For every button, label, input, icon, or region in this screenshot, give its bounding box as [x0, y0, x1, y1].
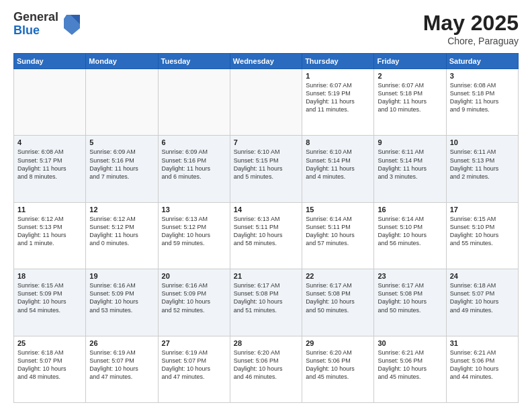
day-number: 2 — [378, 72, 442, 80]
day-info: Sunrise: 6:20 AM Sunset: 5:06 PM Dayligh… — [306, 349, 370, 381]
day-info: Sunrise: 6:17 AM Sunset: 5:08 PM Dayligh… — [306, 281, 370, 314]
calendar-day-cell: 6Sunrise: 6:09 AM Sunset: 5:16 PM Daylig… — [158, 136, 230, 202]
calendar-day-cell: 17Sunrise: 6:15 AM Sunset: 5:10 PM Dayli… — [446, 202, 518, 269]
logo: General Blue — [13, 11, 83, 38]
logo-icon — [61, 12, 83, 36]
day-info: Sunrise: 6:21 AM Sunset: 5:06 PM Dayligh… — [378, 349, 442, 381]
header-tuesday: Tuesday — [158, 54, 230, 69]
calendar-day-cell: 2Sunrise: 6:07 AM Sunset: 5:18 PM Daylig… — [374, 69, 446, 136]
day-number: 26 — [89, 339, 154, 347]
calendar-day-cell: 1Sunrise: 6:07 AM Sunset: 5:19 PM Daylig… — [302, 69, 374, 136]
calendar-week-row: 11Sunrise: 6:12 AM Sunset: 5:13 PM Dayli… — [14, 202, 519, 269]
day-info: Sunrise: 6:15 AM Sunset: 5:10 PM Dayligh… — [450, 215, 515, 248]
calendar-day-cell: 4Sunrise: 6:08 AM Sunset: 5:17 PM Daylig… — [14, 136, 86, 202]
day-info: Sunrise: 6:12 AM Sunset: 5:13 PM Dayligh… — [17, 215, 82, 248]
day-info: Sunrise: 6:10 AM Sunset: 5:14 PM Dayligh… — [306, 148, 370, 181]
day-info: Sunrise: 6:20 AM Sunset: 5:06 PM Dayligh… — [234, 349, 298, 381]
day-number: 22 — [306, 272, 370, 280]
day-info: Sunrise: 6:21 AM Sunset: 5:06 PM Dayligh… — [450, 349, 515, 381]
calendar-table: Sunday Monday Tuesday Wednesday Thursday… — [13, 53, 519, 403]
day-info: Sunrise: 6:13 AM Sunset: 5:11 PM Dayligh… — [234, 215, 298, 248]
calendar-day-cell: 18Sunrise: 6:15 AM Sunset: 5:09 PM Dayli… — [14, 269, 86, 336]
title-block: May 2025 Chore, Paraguay — [423, 11, 519, 46]
calendar-day-cell: 3Sunrise: 6:08 AM Sunset: 5:18 PM Daylig… — [446, 69, 518, 136]
day-number: 8 — [306, 138, 370, 146]
day-number: 5 — [89, 138, 154, 146]
day-number: 21 — [234, 272, 298, 280]
calendar-day-cell — [14, 69, 86, 136]
day-number: 17 — [450, 205, 515, 214]
day-info: Sunrise: 6:13 AM Sunset: 5:12 PM Dayligh… — [162, 215, 226, 248]
day-number: 31 — [450, 339, 515, 347]
calendar-day-cell: 23Sunrise: 6:17 AM Sunset: 5:08 PM Dayli… — [374, 269, 446, 336]
header-friday: Friday — [374, 54, 446, 69]
day-info: Sunrise: 6:16 AM Sunset: 5:09 PM Dayligh… — [89, 281, 154, 314]
calendar-day-cell — [158, 69, 230, 136]
calendar-day-cell: 25Sunrise: 6:18 AM Sunset: 5:07 PM Dayli… — [14, 336, 86, 402]
calendar-week-row: 4Sunrise: 6:08 AM Sunset: 5:17 PM Daylig… — [14, 136, 519, 202]
weekday-header-row: Sunday Monday Tuesday Wednesday Thursday… — [14, 54, 519, 69]
calendar-week-row: 25Sunrise: 6:18 AM Sunset: 5:07 PM Dayli… — [14, 336, 519, 402]
calendar-day-cell: 13Sunrise: 6:13 AM Sunset: 5:12 PM Dayli… — [158, 202, 230, 269]
day-number: 14 — [234, 205, 298, 214]
day-number: 28 — [234, 339, 298, 347]
day-number: 24 — [450, 272, 515, 280]
day-info: Sunrise: 6:11 AM Sunset: 5:14 PM Dayligh… — [378, 148, 442, 181]
day-number: 10 — [450, 138, 515, 146]
calendar-day-cell: 31Sunrise: 6:21 AM Sunset: 5:06 PM Dayli… — [446, 336, 518, 402]
day-number: 3 — [450, 72, 515, 80]
day-number: 9 — [378, 138, 442, 146]
calendar-day-cell: 7Sunrise: 6:10 AM Sunset: 5:15 PM Daylig… — [230, 136, 302, 202]
day-info: Sunrise: 6:17 AM Sunset: 5:08 PM Dayligh… — [234, 281, 298, 314]
calendar-day-cell: 21Sunrise: 6:17 AM Sunset: 5:08 PM Dayli… — [230, 269, 302, 336]
day-number: 25 — [17, 339, 82, 347]
day-number: 16 — [378, 205, 442, 214]
calendar-day-cell: 24Sunrise: 6:18 AM Sunset: 5:07 PM Dayli… — [446, 269, 518, 336]
day-info: Sunrise: 6:10 AM Sunset: 5:15 PM Dayligh… — [234, 148, 298, 181]
logo-general: General — [13, 11, 58, 24]
calendar-day-cell: 27Sunrise: 6:19 AM Sunset: 5:07 PM Dayli… — [158, 336, 230, 402]
day-info: Sunrise: 6:19 AM Sunset: 5:07 PM Dayligh… — [162, 349, 226, 381]
calendar-day-cell: 14Sunrise: 6:13 AM Sunset: 5:11 PM Dayli… — [230, 202, 302, 269]
day-number: 7 — [234, 138, 298, 146]
day-number: 11 — [17, 205, 82, 214]
day-number: 30 — [378, 339, 442, 347]
page: General Blue May 2025 Chore, Paraguay Su… — [0, 0, 532, 411]
header-wednesday: Wednesday — [230, 54, 302, 69]
header-monday: Monday — [86, 54, 158, 69]
day-number: 15 — [306, 205, 370, 214]
calendar-day-cell: 11Sunrise: 6:12 AM Sunset: 5:13 PM Dayli… — [14, 202, 86, 269]
calendar-day-cell: 10Sunrise: 6:11 AM Sunset: 5:13 PM Dayli… — [446, 136, 518, 202]
calendar-day-cell: 19Sunrise: 6:16 AM Sunset: 5:09 PM Dayli… — [86, 269, 158, 336]
header-sunday: Sunday — [14, 54, 86, 69]
day-info: Sunrise: 6:09 AM Sunset: 5:16 PM Dayligh… — [162, 148, 226, 181]
calendar-day-cell: 26Sunrise: 6:19 AM Sunset: 5:07 PM Dayli… — [86, 336, 158, 402]
day-info: Sunrise: 6:17 AM Sunset: 5:08 PM Dayligh… — [378, 281, 442, 314]
calendar-week-row: 1Sunrise: 6:07 AM Sunset: 5:19 PM Daylig… — [14, 69, 519, 136]
calendar-day-cell: 8Sunrise: 6:10 AM Sunset: 5:14 PM Daylig… — [302, 136, 374, 202]
day-number: 6 — [162, 138, 226, 146]
calendar-day-cell: 5Sunrise: 6:09 AM Sunset: 5:16 PM Daylig… — [86, 136, 158, 202]
day-info: Sunrise: 6:18 AM Sunset: 5:07 PM Dayligh… — [17, 349, 82, 381]
calendar-day-cell: 29Sunrise: 6:20 AM Sunset: 5:06 PM Dayli… — [302, 336, 374, 402]
calendar-day-cell: 9Sunrise: 6:11 AM Sunset: 5:14 PM Daylig… — [374, 136, 446, 202]
day-info: Sunrise: 6:18 AM Sunset: 5:07 PM Dayligh… — [450, 281, 515, 314]
day-info: Sunrise: 6:14 AM Sunset: 5:10 PM Dayligh… — [378, 215, 442, 248]
day-number: 1 — [306, 72, 370, 80]
day-info: Sunrise: 6:09 AM Sunset: 5:16 PM Dayligh… — [89, 148, 154, 181]
header-thursday: Thursday — [302, 54, 374, 69]
calendar-day-cell — [86, 69, 158, 136]
logo-text: General Blue — [13, 11, 58, 38]
calendar-day-cell: 15Sunrise: 6:14 AM Sunset: 5:11 PM Dayli… — [302, 202, 374, 269]
day-number: 29 — [306, 339, 370, 347]
day-number: 23 — [378, 272, 442, 280]
location: Chore, Paraguay — [423, 36, 519, 46]
day-number: 27 — [162, 339, 226, 347]
calendar-day-cell: 20Sunrise: 6:16 AM Sunset: 5:09 PM Dayli… — [158, 269, 230, 336]
calendar-day-cell: 16Sunrise: 6:14 AM Sunset: 5:10 PM Dayli… — [374, 202, 446, 269]
logo-blue: Blue — [13, 24, 58, 38]
day-info: Sunrise: 6:15 AM Sunset: 5:09 PM Dayligh… — [17, 281, 82, 314]
day-info: Sunrise: 6:16 AM Sunset: 5:09 PM Dayligh… — [162, 281, 226, 314]
day-info: Sunrise: 6:14 AM Sunset: 5:11 PM Dayligh… — [306, 215, 370, 248]
day-info: Sunrise: 6:08 AM Sunset: 5:18 PM Dayligh… — [450, 81, 515, 114]
